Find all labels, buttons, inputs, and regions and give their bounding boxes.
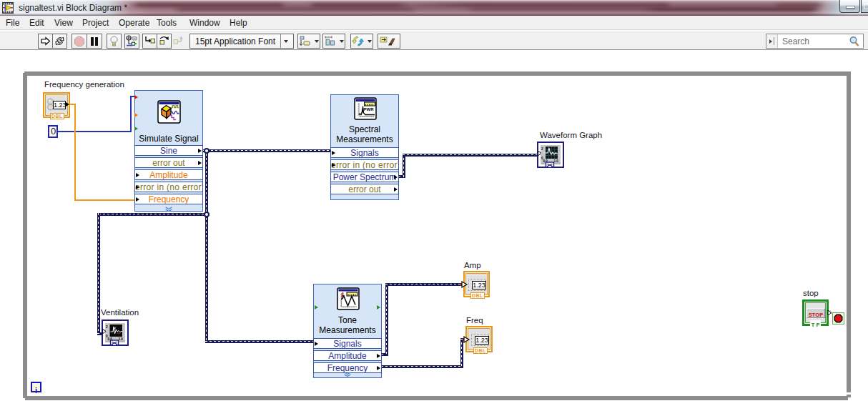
svg-text:1.0: 1.0 <box>554 159 559 163</box>
svg-text:PWR: PWR <box>364 107 375 112</box>
svg-text:1.0: 1.0 <box>119 337 124 341</box>
svg-text:2: 2 <box>541 147 543 151</box>
svg-text:2: 2 <box>106 325 108 329</box>
